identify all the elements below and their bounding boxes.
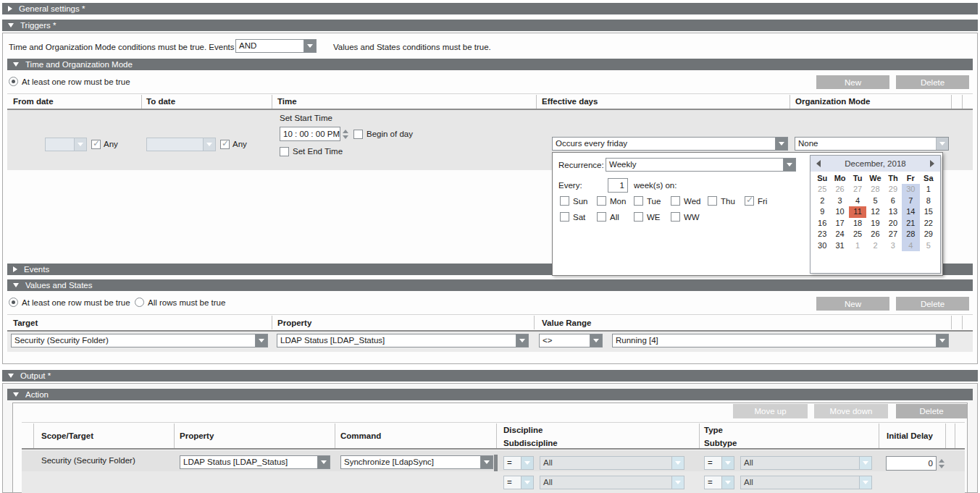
calendar-day[interactable]: 12 bbox=[866, 206, 884, 218]
day-checkbox-we[interactable]: WE bbox=[634, 212, 671, 222]
chevron-down-icon[interactable] bbox=[516, 334, 528, 347]
checkbox-icon[interactable] bbox=[597, 212, 606, 222]
calendar-day[interactable]: 19 bbox=[866, 218, 884, 229]
spinner-up-icon[interactable] bbox=[343, 130, 348, 133]
subdiscipline-dropdown[interactable]: All bbox=[540, 476, 684, 489]
operator-dropdown[interactable]: <> bbox=[539, 334, 603, 347]
chevron-down-icon[interactable] bbox=[480, 456, 493, 468]
calendar-day[interactable]: 2 bbox=[813, 195, 831, 207]
output-header[interactable]: Output * bbox=[2, 370, 978, 382]
recurrence-dropdown[interactable]: Weekly bbox=[606, 158, 796, 172]
checkbox-icon[interactable] bbox=[671, 196, 680, 206]
checkbox-icon[interactable] bbox=[560, 196, 569, 206]
calendar-day[interactable]: 11 bbox=[849, 206, 866, 218]
calendar-day[interactable]: 17 bbox=[831, 218, 848, 229]
calendar-day[interactable]: 25 bbox=[849, 229, 866, 240]
day-checkbox-sat[interactable]: Sat bbox=[560, 212, 597, 222]
calendar-day[interactable]: 29 bbox=[884, 184, 902, 195]
rule-radio-all[interactable] bbox=[135, 298, 144, 307]
calendar-day[interactable]: 6 bbox=[884, 195, 902, 207]
value-range-dropdown[interactable]: Running [4] bbox=[612, 334, 949, 347]
chevron-down-icon[interactable] bbox=[671, 457, 684, 469]
events-operator-dropdown[interactable]: AND bbox=[235, 39, 317, 53]
rule-radio[interactable] bbox=[9, 77, 18, 86]
calendar-day[interactable]: 13 bbox=[884, 206, 902, 218]
chevron-down-icon[interactable] bbox=[317, 456, 330, 468]
chevron-down-icon[interactable] bbox=[936, 138, 948, 150]
checkbox-icon[interactable] bbox=[634, 196, 643, 206]
chevron-down-icon[interactable] bbox=[936, 334, 948, 347]
calendar-day[interactable]: 26 bbox=[831, 184, 848, 195]
calendar-day[interactable]: 16 bbox=[813, 218, 831, 229]
checkbox-icon[interactable] bbox=[560, 212, 569, 222]
calendar-day[interactable]: 25 bbox=[813, 184, 831, 195]
values-states-header[interactable]: Values and States bbox=[7, 279, 973, 291]
calendar-day[interactable]: 31 bbox=[831, 240, 848, 252]
calendar-day[interactable]: 29 bbox=[920, 229, 937, 240]
target-dropdown[interactable]: Security (Security Folder) bbox=[11, 334, 268, 347]
calendar-day[interactable]: 18 bbox=[849, 218, 866, 229]
calendar-day[interactable]: 5 bbox=[866, 195, 884, 207]
checkbox-icon[interactable] bbox=[745, 196, 754, 206]
triggers-header[interactable]: Triggers * bbox=[2, 20, 978, 31]
calendar-day[interactable]: 30 bbox=[813, 240, 831, 252]
chevron-down-icon[interactable] bbox=[203, 138, 215, 151]
subtype-dropdown[interactable]: All bbox=[740, 476, 872, 489]
start-time-field[interactable]: 10 : 00 : 00 PM bbox=[280, 127, 340, 141]
day-checkbox-tue[interactable]: Tue bbox=[634, 196, 671, 206]
calendar-day[interactable]: 8 bbox=[920, 195, 937, 207]
calendar-day[interactable]: 27 bbox=[884, 229, 902, 240]
general-settings-header[interactable]: General settings * bbox=[2, 3, 978, 14]
chevron-down-icon[interactable] bbox=[521, 457, 533, 469]
chevron-down-icon[interactable] bbox=[721, 476, 734, 489]
calendar-day[interactable]: 10 bbox=[831, 206, 848, 218]
effective-days-dropdown[interactable]: Occurs every friday bbox=[552, 137, 788, 151]
day-checkbox-thu[interactable]: Thu bbox=[708, 196, 745, 206]
time-spinner[interactable] bbox=[341, 127, 350, 141]
calendar-day[interactable]: 24 bbox=[831, 229, 848, 240]
calendar-day[interactable]: 22 bbox=[920, 218, 937, 229]
calendar-day[interactable]: 4 bbox=[849, 195, 866, 207]
type-operator-dropdown[interactable]: = bbox=[704, 456, 734, 470]
initial-delay-spinner[interactable] bbox=[937, 456, 946, 471]
property-dropdown[interactable]: LDAP Status [LDAP_Status] bbox=[277, 334, 529, 347]
day-checkbox-all[interactable]: All bbox=[597, 212, 634, 222]
calendar-day[interactable]: 7 bbox=[902, 195, 919, 207]
from-date-any-checkbox[interactable] bbox=[91, 140, 101, 149]
move-up-button[interactable]: Move up bbox=[733, 404, 808, 418]
chevron-down-icon[interactable] bbox=[74, 138, 86, 151]
spinner-down-icon[interactable] bbox=[343, 135, 348, 139]
day-checkbox-mon[interactable]: Mon bbox=[597, 196, 634, 206]
calendar-day[interactable]: 28 bbox=[902, 229, 919, 240]
chevron-down-icon[interactable] bbox=[775, 138, 787, 150]
time-org-header[interactable]: Time and Organization Mode bbox=[7, 59, 973, 70]
day-checkbox-fri[interactable]: Fri bbox=[745, 196, 782, 206]
calendar-day[interactable]: 30 bbox=[902, 184, 919, 195]
next-month-icon[interactable] bbox=[930, 160, 934, 167]
discipline-dropdown[interactable]: All bbox=[540, 456, 684, 470]
day-checkbox-wed[interactable]: Wed bbox=[671, 196, 708, 206]
command-dropdown[interactable]: Synchronize [LdapSync] bbox=[340, 455, 493, 469]
calendar-day[interactable]: 20 bbox=[884, 218, 902, 229]
checkbox-icon[interactable] bbox=[671, 212, 680, 222]
calendar-day[interactable]: 28 bbox=[866, 184, 884, 195]
chevron-down-icon[interactable] bbox=[671, 476, 684, 489]
day-checkbox-sun[interactable]: Sun bbox=[560, 196, 597, 206]
rule-radio-one[interactable] bbox=[9, 298, 18, 307]
chevron-down-icon[interactable] bbox=[859, 457, 871, 469]
chevron-down-icon[interactable] bbox=[303, 40, 316, 52]
calendar-day[interactable]: 26 bbox=[866, 229, 884, 240]
type-dropdown[interactable]: All bbox=[740, 456, 872, 470]
calendar-day[interactable]: 3 bbox=[884, 240, 902, 252]
chevron-down-icon[interactable] bbox=[521, 476, 533, 489]
initial-delay-field[interactable]: 0 bbox=[886, 456, 937, 471]
calendar-day[interactable]: 21 bbox=[902, 218, 919, 229]
set-end-time-checkbox[interactable] bbox=[280, 147, 289, 156]
to-date-dropdown[interactable] bbox=[146, 138, 216, 151]
chevron-down-icon[interactable] bbox=[859, 476, 871, 489]
from-date-dropdown[interactable] bbox=[45, 138, 87, 151]
organization-mode-dropdown[interactable]: None bbox=[795, 137, 949, 151]
new-button[interactable]: New bbox=[816, 297, 889, 311]
action-property-dropdown[interactable]: LDAP Status [LDAP_Status] bbox=[180, 455, 330, 469]
calendar-day[interactable]: 4 bbox=[902, 240, 919, 252]
